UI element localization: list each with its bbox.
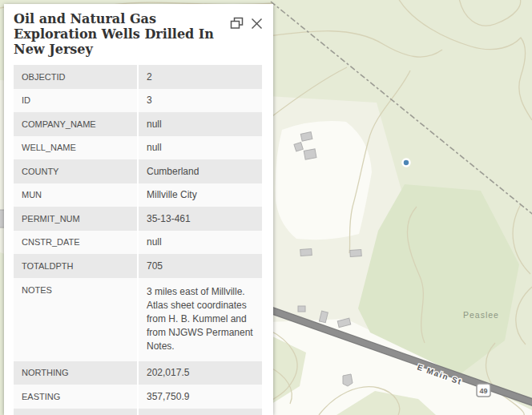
table-row: PERMIT_NUM35-13-461 (14, 207, 262, 231)
field-value: null (139, 112, 262, 136)
field-value: 35-13-461 (139, 207, 262, 231)
popup-header: Oil and Natural Gas Exploration Wells Dr… (4, 4, 273, 65)
field-value: Millville City (139, 183, 262, 208)
field-label: NOTES (14, 278, 137, 361)
table-row-partial (14, 409, 262, 415)
field-value: 357,750.9 (139, 385, 262, 409)
field-value (139, 409, 262, 415)
field-label: ID (14, 89, 137, 113)
route-shield-49: 49 (477, 384, 490, 397)
field-value: 2 (139, 65, 262, 89)
field-value: null (139, 136, 262, 160)
feature-popup: Oil and Natural Gas Exploration Wells Dr… (4, 4, 273, 415)
dock-icon (230, 17, 244, 30)
field-label: CNSTR_DATE (14, 231, 137, 255)
map-clearing (276, 121, 372, 240)
table-row: NORTHING202,017.5 (14, 361, 262, 385)
field-value: 202,017.5 (139, 361, 262, 385)
table-row: COMPANY_NAMEnull (14, 112, 262, 136)
table-row: COUNTYCumberland (14, 159, 262, 183)
field-value: Cumberland (139, 159, 262, 183)
field-value: null (139, 231, 262, 255)
field-label (14, 409, 137, 415)
field-label: COMPANY_NAME (14, 112, 137, 136)
well-point-marker[interactable] (403, 159, 410, 167)
field-value: 3 (139, 89, 262, 113)
table-row: MUNMillville City (14, 183, 262, 208)
field-label: OBJECTID (14, 65, 137, 89)
svg-text:49: 49 (479, 387, 487, 395)
table-row: CNSTR_DATEnull (14, 231, 262, 255)
field-label: NORTHING (14, 361, 137, 385)
fields-table: OBJECTID2ID3COMPANY_NAMEnullWELL_NAMEnul… (14, 65, 262, 415)
dock-button[interactable] (228, 15, 244, 31)
popup-title-line: Exploration Wells Drilled In (14, 26, 224, 42)
close-icon (251, 18, 263, 30)
table-row: OBJECTID2 (14, 65, 262, 89)
table-row: TOTALDPTH705 (14, 254, 262, 278)
table-row: EASTING357,750.9 (14, 385, 262, 409)
field-value: 705 (139, 254, 262, 278)
field-label: WELL_NAME (14, 136, 137, 160)
popup-title: Oil and Natural Gas Exploration Wells Dr… (14, 11, 224, 57)
table-row: WELL_NAMEnull (14, 136, 262, 160)
field-label: EASTING (14, 385, 137, 409)
place-label-peaslee: Peaslee (463, 310, 499, 320)
screen: Peaslee E Main St 49 Oil and Natural Gas… (0, 0, 532, 415)
table-row: NOTES3 miles east of Millville. Atlas sh… (14, 278, 262, 361)
table-row: ID3 (14, 89, 262, 113)
popup-title-line: Oil and Natural Gas (14, 11, 224, 26)
close-button[interactable] (248, 15, 264, 31)
field-label: MUN (14, 183, 137, 208)
field-label: TOTALDPTH (14, 254, 137, 278)
field-label: PERMIT_NUM (14, 207, 137, 231)
field-label: COUNTY (14, 159, 137, 183)
popup-title-line: New Jersey (14, 42, 224, 57)
field-value: 3 miles east of Millville. Atlas sheet c… (139, 278, 262, 361)
